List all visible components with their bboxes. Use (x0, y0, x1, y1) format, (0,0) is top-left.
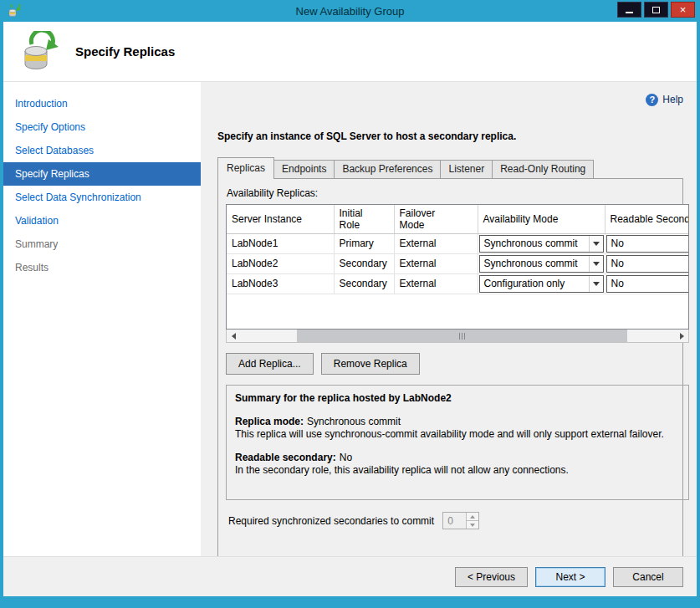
chevron-down-icon[interactable] (589, 256, 603, 272)
stepper-value: 0 (443, 513, 466, 529)
sidebar-item-select-data-synchronization[interactable]: Select Data Synchronization (3, 186, 201, 209)
close-button[interactable]: × (671, 2, 695, 18)
table-row-labnode1[interactable]: LabNode1 Primary External Synchronous co… (227, 233, 689, 253)
new-availability-group-window: New Availability Group × Specify Replica… (0, 0, 700, 608)
sidebar-item-specify-options[interactable]: Specify Options (3, 115, 201, 139)
thumb-grip-icon (459, 333, 460, 340)
cell-failover-mode: External (394, 273, 478, 294)
dropdown-value: No (611, 258, 624, 269)
page-title: Specify Replicas (75, 44, 175, 59)
next-button[interactable]: Next > (535, 567, 605, 587)
tab-read-only-routing[interactable]: Read-Only Routing (492, 160, 594, 178)
readable-secondary-label: Readable secondary: (235, 452, 336, 463)
readable-secondary-dropdown[interactable]: No (606, 255, 690, 273)
tab-listener[interactable]: Listener (440, 160, 493, 178)
replica-mode-description: This replica will use synchronous-commit… (235, 428, 680, 442)
readable-secondary-dropdown[interactable]: No (606, 275, 690, 293)
chevron-down-icon[interactable] (589, 276, 603, 292)
help-label: Help (662, 94, 683, 105)
scrollbar-thumb[interactable] (297, 330, 627, 342)
wizard-footer: < Previous Next > Cancel (3, 556, 697, 596)
cell-initial-role: Primary (334, 233, 394, 253)
sidebar-item-introduction[interactable]: Introduction (3, 92, 201, 115)
thumb-grip-icon (464, 333, 465, 340)
readable-secondary-dropdown[interactable]: No (606, 235, 690, 253)
window-controls: × (617, 0, 695, 18)
table-empty-space (227, 294, 689, 329)
required-secondaries-stepper[interactable]: 0 (442, 512, 479, 529)
tab-replicas[interactable]: Replicas (217, 157, 274, 179)
previous-button[interactable]: < Previous (455, 567, 528, 587)
main-pane: ? Help Specify an instance of SQL Server… (201, 82, 697, 556)
cell-failover-mode: External (394, 253, 478, 273)
tab-endpoints[interactable]: Endpoints (273, 160, 335, 178)
window-title: New Availability Group (3, 5, 697, 18)
add-replica-button[interactable]: Add Replica... (226, 353, 314, 375)
cell-server-instance: LabNode2 (227, 253, 334, 273)
cancel-button[interactable]: Cancel (613, 567, 683, 587)
sidebar-item-select-databases[interactable]: Select Databases (3, 139, 201, 162)
tab-backup-preferences[interactable]: Backup Preferences (334, 160, 441, 178)
cell-server-instance: LabNode1 (227, 233, 334, 253)
summary-readable-line: Readable secondary:No (235, 452, 680, 465)
availability-replicas-label: Availability Replicas: (227, 187, 675, 199)
thumb-grip-icon (462, 333, 462, 340)
scroll-left-icon (232, 333, 236, 340)
availability-mode-dropdown[interactable]: Synchronous commit (479, 235, 604, 253)
sidebar-item-summary: Summary (3, 232, 201, 256)
chevron-down-icon[interactable] (589, 236, 603, 252)
minimize-icon (626, 12, 633, 13)
col-header-initial-role[interactable]: Initial Role (334, 205, 394, 233)
chevron-up-icon (470, 515, 475, 519)
scroll-right-icon (680, 333, 684, 340)
table-row-labnode2[interactable]: LabNode2 Secondary External Synchronous … (227, 253, 689, 273)
horizontal-scrollbar[interactable] (226, 330, 689, 343)
col-header-readable-secondary[interactable]: Readable Secondary (605, 205, 689, 233)
scroll-left-button[interactable] (227, 330, 240, 342)
stepper-down-button[interactable] (467, 521, 478, 529)
scroll-right-button[interactable] (675, 330, 688, 342)
replicas-tab-page: Availability Replicas: Server Instance I… (217, 178, 683, 556)
help-link[interactable]: ? Help (216, 92, 683, 107)
chevron-down-icon (470, 524, 475, 527)
tab-strip: Replicas Endpoints Backup Preferences Li… (216, 157, 683, 178)
dropdown-value: No (611, 238, 624, 249)
table-row-labnode3[interactable]: LabNode3 Secondary External Configuratio… (227, 273, 689, 294)
dropdown-value: Synchronous commit (484, 258, 578, 269)
availability-mode-dropdown[interactable]: Configuration only (479, 275, 604, 293)
minimize-button[interactable] (617, 2, 641, 18)
cell-initial-role: Secondary (334, 273, 394, 294)
summary-title: Summary for the replica hosted by LabNod… (235, 392, 680, 406)
col-header-availability-mode[interactable]: Availability Mode (478, 205, 605, 233)
dropdown-value: Configuration only (484, 278, 565, 289)
replicas-table: Server Instance Initial Role Failover Mo… (227, 205, 689, 329)
wizard-steps-sidebar: Introduction Specify Options Select Data… (3, 82, 201, 556)
sidebar-item-validation[interactable]: Validation (3, 209, 201, 232)
replica-summary-box: Summary for the replica hosted by LabNod… (226, 385, 689, 500)
stepper-up-button[interactable] (467, 513, 478, 521)
readable-secondary-value: No (340, 452, 352, 463)
dropdown-value: No (611, 278, 624, 289)
dialog-content: Specify Replicas Introduction Specify Op… (3, 22, 697, 596)
replica-mode-value: Synchronous commit (307, 416, 401, 427)
maximize-button[interactable] (644, 2, 668, 18)
required-secondaries-row: Required synchronized secondaries to com… (226, 512, 675, 529)
maximize-icon (652, 7, 660, 13)
cell-server-instance: LabNode3 (227, 273, 334, 294)
col-header-failover-mode[interactable]: Failover Mode (394, 205, 478, 233)
sidebar-item-results: Results (3, 256, 201, 279)
cell-failover-mode: External (394, 233, 478, 253)
replica-action-buttons: Add Replica... Remove Replica (226, 353, 675, 375)
dropdown-value: Synchronous commit (484, 238, 578, 249)
sidebar-item-specify-replicas[interactable]: Specify Replicas (3, 162, 201, 186)
cell-initial-role: Secondary (334, 253, 394, 273)
readable-secondary-description: In the secondary role, this availability… (235, 464, 680, 478)
availability-mode-dropdown[interactable]: Synchronous commit (479, 255, 604, 273)
col-header-server-instance[interactable]: Server Instance (227, 205, 334, 233)
scrollbar-track[interactable] (240, 330, 675, 342)
titlebar[interactable]: New Availability Group × (3, 0, 697, 22)
stepper-buttons (466, 513, 478, 529)
summary-replica-mode-line: Replica mode:Synchronous commit (235, 416, 680, 429)
remove-replica-button[interactable]: Remove Replica (321, 353, 420, 375)
dialog-body: Introduction Specify Options Select Data… (3, 82, 697, 556)
